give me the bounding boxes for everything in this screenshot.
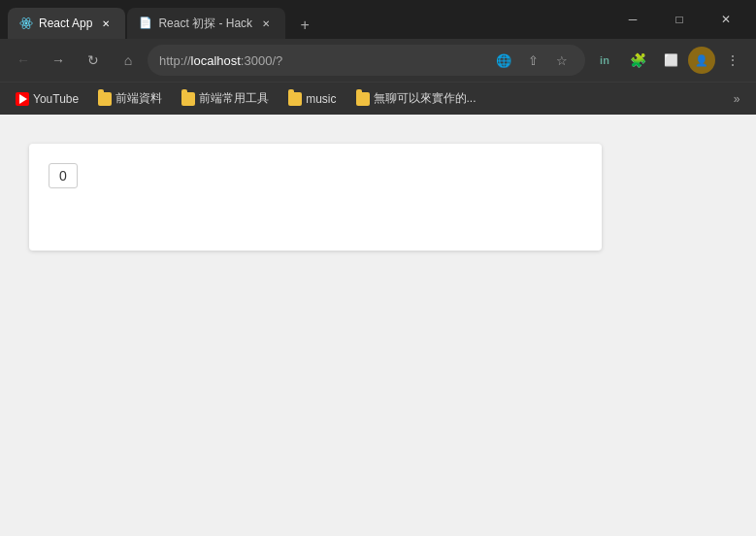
bookmark-youtube-label: YouTube xyxy=(33,92,79,106)
bookmarks-bar: YouTube 前端資料 前端常用工具 music 無聊可以來實作的... » xyxy=(0,82,756,115)
counter-display: 0 xyxy=(49,163,78,188)
url-host: localhost xyxy=(191,53,241,68)
bookmark-frontend-tools[interactable]: 前端常用工具 xyxy=(174,86,277,111)
tabs-area: React App ✕ 📄 React 初探 - Hack ✕ + xyxy=(8,0,603,39)
address-icons: 🌐 ⇧ ☆ xyxy=(492,49,574,72)
close-button[interactable]: ✕ xyxy=(704,5,748,34)
tab-react-initial-title: React 初探 - Hack xyxy=(158,16,252,32)
translate-icon[interactable]: 🌐 xyxy=(492,49,515,72)
reload-button[interactable]: ↻ xyxy=(78,45,109,76)
url-path: :3000/? xyxy=(241,53,282,68)
folder-favicon-icon-1 xyxy=(98,92,112,106)
extensions-icon[interactable]: 🧩 xyxy=(622,45,653,76)
bookmark-boring[interactable]: 無聊可以來實作的... xyxy=(348,86,484,111)
maximize-button[interactable]: □ xyxy=(657,5,702,34)
tab-react-app-title: React App xyxy=(39,17,92,30)
titlebar: React App ✕ 📄 React 初探 - Hack ✕ + ─ □ ✕ xyxy=(0,0,756,39)
forward-button[interactable]: → xyxy=(43,45,74,76)
profile-badge[interactable]: in xyxy=(589,45,620,76)
favorite-icon[interactable]: ☆ xyxy=(550,49,574,72)
folder-favicon-icon-3 xyxy=(288,92,302,106)
bookmark-youtube[interactable]: YouTube xyxy=(8,88,86,110)
address-text: http://localhost:3000/? xyxy=(159,53,484,68)
home-button[interactable]: ⌂ xyxy=(113,45,144,76)
svg-point-0 xyxy=(25,22,28,25)
tab-react-app[interactable]: React App ✕ xyxy=(8,8,125,39)
bookmark-music-label: music xyxy=(306,92,336,106)
page-content: 0 xyxy=(0,115,756,536)
back-button[interactable]: ← xyxy=(8,45,39,76)
minimize-button[interactable]: ─ xyxy=(610,5,655,34)
bookmark-frontend-data-label: 前端資料 xyxy=(115,90,162,107)
share-icon[interactable]: ⇧ xyxy=(521,49,544,72)
profile-avatar[interactable]: 👤 xyxy=(688,47,715,74)
bookmark-music[interactable]: music xyxy=(280,88,344,110)
address-bar[interactable]: http://localhost:3000/? 🌐 ⇧ ☆ xyxy=(148,45,585,76)
document-favicon-icon: 📄 xyxy=(139,17,152,30)
bookmark-frontend-tools-label: 前端常用工具 xyxy=(199,90,269,107)
split-view-icon[interactable]: ⬜ xyxy=(655,45,686,76)
youtube-favicon-icon xyxy=(16,92,29,106)
folder-favicon-icon-4 xyxy=(356,92,370,106)
new-tab-button[interactable]: + xyxy=(291,12,318,39)
tab-react-initial-close[interactable]: ✕ xyxy=(258,16,274,31)
bookmarks-more-button[interactable]: » xyxy=(725,87,748,111)
bookmark-boring-label: 無聊可以來實作的... xyxy=(374,90,477,107)
more-options-icon[interactable]: ⋮ xyxy=(717,45,748,76)
folder-favicon-icon-2 xyxy=(181,92,195,106)
tab-react-app-close[interactable]: ✕ xyxy=(98,16,114,31)
nav-extras: in 🧩 ⬜ 👤 ⋮ xyxy=(589,45,748,76)
bookmark-frontend-data[interactable]: 前端資料 xyxy=(90,86,170,111)
react-favicon-icon xyxy=(19,17,33,30)
tab-react-initial[interactable]: 📄 React 初探 - Hack ✕ xyxy=(127,8,285,39)
url-scheme: http:// xyxy=(159,53,191,68)
content-card: 0 xyxy=(29,144,602,251)
window-controls: ─ □ ✕ xyxy=(610,5,748,34)
navbar: ← → ↻ ⌂ http://localhost:3000/? 🌐 ⇧ ☆ in… xyxy=(0,39,756,82)
